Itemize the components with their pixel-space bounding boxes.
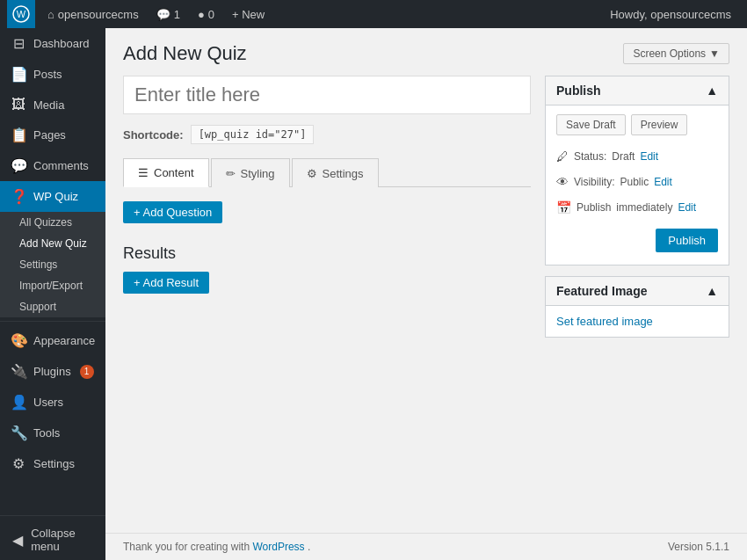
tab-content[interactable]: ☰ Content — [123, 158, 209, 187]
admin-bar: W ⌂ opensourcecms 💬 1 ● 0 + New Howdy, o… — [0, 0, 747, 28]
page-title: Add New Quiz — [123, 42, 247, 65]
sidebar-sub-all-quizzes[interactable]: All Quizzes — [0, 212, 105, 233]
sidebar-divider — [0, 321, 105, 322]
sidebar-sub-settings[interactable]: Settings — [0, 254, 105, 275]
sidebar-item-wp-quiz[interactable]: ❓ WP Quiz — [0, 181, 105, 212]
add-question-button[interactable]: + Add Question — [123, 201, 222, 223]
editor-layout: Shortcode: [wp_quiz id="27"] ☰ Content ✏… — [123, 76, 729, 348]
metabox-footer — [556, 252, 718, 256]
media-icon: 🖼 — [11, 97, 26, 113]
status-row: 🖊 Status: Draft Edit — [556, 144, 718, 170]
save-draft-button[interactable]: Save Draft — [556, 114, 626, 135]
main-content: Add New Quiz Screen Options ▼ Shortcode:… — [105, 28, 747, 533]
shortcode-value: [wp_quiz id="27"] — [191, 125, 315, 144]
wordpress-link[interactable]: WordPress — [252, 541, 304, 553]
collapse-icon: ◀ — [11, 532, 24, 549]
schedule-icon: 📅 — [556, 197, 571, 219]
site-icon: ⌂ — [47, 8, 54, 21]
sidebar-item-pages[interactable]: 📋 Pages — [0, 120, 105, 150]
status-edit-link[interactable]: Edit — [640, 148, 658, 167]
publish-metabox: Publish ▲ Save Draft Preview 🖊 — [545, 76, 729, 265]
quiz-tabs: ☰ Content ✏ Styling ⚙ Settings — [123, 158, 531, 187]
publish-metabox-header: Publish ▲ — [546, 76, 729, 105]
sidebar: ⊟ Dashboard 📄 Posts 🖼 Media 📋 Pages 💬 Co… — [0, 28, 105, 560]
publish-time-edit-link[interactable]: Edit — [678, 199, 696, 218]
set-featured-image-link[interactable]: Set featured image — [556, 315, 653, 328]
content-tab-icon: ☰ — [138, 166, 149, 179]
add-result-button[interactable]: + Add Result — [123, 272, 209, 294]
footer-version: Version 5.1.1 — [668, 541, 729, 553]
sidebar-item-users[interactable]: 👤 Users — [0, 387, 105, 418]
visibility-value: Public — [620, 173, 649, 193]
sidebar-item-posts[interactable]: 📄 Posts — [0, 59, 105, 90]
publish-metabox-body: Save Draft Preview 🖊 Status: Draft Edit — [546, 105, 729, 265]
styling-tab-icon: ✏ — [226, 167, 236, 180]
chevron-down-icon: ▼ — [709, 47, 720, 60]
sidebar-sub-support[interactable]: Support — [0, 296, 105, 317]
admin-bar-site[interactable]: ⌂ opensourcecms — [39, 0, 148, 28]
results-title: Results — [123, 244, 531, 263]
status-value: Draft — [612, 148, 635, 167]
tab-settings[interactable]: ⚙ Settings — [292, 158, 379, 187]
admin-bar-bubbles[interactable]: ● 0 — [189, 0, 223, 28]
publish-actions: Save Draft Preview — [556, 114, 718, 135]
sidebar-divider-2 — [0, 515, 105, 516]
featured-collapse-icon[interactable]: ▲ — [706, 284, 718, 298]
pages-icon: 📋 — [11, 127, 26, 143]
settings-tab-icon: ⚙ — [307, 167, 317, 180]
visibility-edit-link[interactable]: Edit — [654, 173, 672, 193]
preview-button[interactable]: Preview — [631, 114, 688, 135]
wp-layout: ⊟ Dashboard 📄 Posts 🖼 Media 📋 Pages 💬 Co… — [0, 28, 747, 560]
sidebar-item-dashboard[interactable]: ⊟ Dashboard — [0, 28, 105, 59]
sidebar-item-media[interactable]: 🖼 Media — [0, 90, 105, 120]
publish-collapse-icon[interactable]: ▲ — [706, 84, 718, 98]
comments-icon: 💬 — [11, 157, 26, 174]
publish-button[interactable]: Publish — [656, 229, 718, 252]
sidebar-item-tools[interactable]: 🔧 Tools — [0, 418, 105, 448]
featured-image-body: Set featured image — [546, 306, 729, 337]
users-icon: 👤 — [11, 394, 26, 411]
posts-icon: 📄 — [11, 66, 26, 83]
plugins-badge: 1 — [80, 365, 94, 379]
schedule-row: 📅 Publish immediately Edit — [556, 195, 718, 221]
title-input[interactable] — [123, 76, 531, 114]
tab-styling[interactable]: ✏ Styling — [211, 158, 290, 187]
bubble-icon: ● — [198, 8, 205, 21]
sidebar-item-comments[interactable]: 💬 Comments — [0, 150, 105, 181]
visibility-icon: 👁 — [556, 171, 569, 193]
comment-icon: 💬 — [156, 8, 170, 21]
publish-meta: 🖊 Status: Draft Edit 👁 Visibility: Publi… — [556, 144, 718, 222]
featured-image-metabox: Featured Image ▲ Set featured image — [545, 276, 729, 338]
admin-bar-howdy[interactable]: Howdy, opensourcecms — [601, 8, 740, 21]
results-section: Results + Add Result — [123, 244, 531, 308]
svg-text:W: W — [17, 9, 26, 19]
collapse-menu-btn[interactable]: ◀ Collapse menu — [0, 520, 105, 560]
admin-bar-new[interactable]: + New — [223, 0, 273, 28]
shortcode-label: Shortcode: — [123, 128, 184, 142]
editor-main: Shortcode: [wp_quiz id="27"] ☰ Content ✏… — [123, 76, 531, 308]
shortcode-row: Shortcode: [wp_quiz id="27"] — [123, 125, 531, 144]
wp-logo[interactable]: W — [7, 0, 35, 28]
sidebar-sub-add-new-quiz[interactable]: Add New Quiz — [0, 233, 105, 254]
plugins-icon: 🔌 — [11, 363, 26, 380]
publish-time: immediately — [616, 199, 672, 218]
appearance-icon: 🎨 — [11, 332, 26, 349]
sidebar-item-appearance[interactable]: 🎨 Appearance — [0, 325, 105, 356]
dashboard-icon: ⊟ — [11, 35, 26, 52]
page-header-row: Add New Quiz Screen Options ▼ — [123, 42, 729, 65]
editor-sidebar: Publish ▲ Save Draft Preview 🖊 — [545, 76, 729, 348]
settings-icon: ⚙ — [11, 455, 26, 472]
footer-text: Thank you for creating with WordPress . — [123, 541, 310, 553]
featured-image-header: Featured Image ▲ — [546, 277, 729, 306]
screen-options-button[interactable]: Screen Options ▼ — [623, 43, 729, 64]
tools-icon: 🔧 — [11, 425, 26, 441]
sidebar-item-settings[interactable]: ⚙ Settings — [0, 448, 105, 479]
sidebar-sub-import-export[interactable]: Import/Export — [0, 275, 105, 296]
admin-bar-comments[interactable]: 💬 1 — [148, 0, 189, 28]
status-icon: 🖊 — [556, 146, 569, 168]
quiz-icon: ❓ — [11, 188, 26, 205]
visibility-row: 👁 Visibility: Public Edit — [556, 170, 718, 195]
wp-footer: Thank you for creating with WordPress . … — [105, 533, 747, 560]
sidebar-item-plugins[interactable]: 🔌 Plugins 1 — [0, 356, 105, 387]
